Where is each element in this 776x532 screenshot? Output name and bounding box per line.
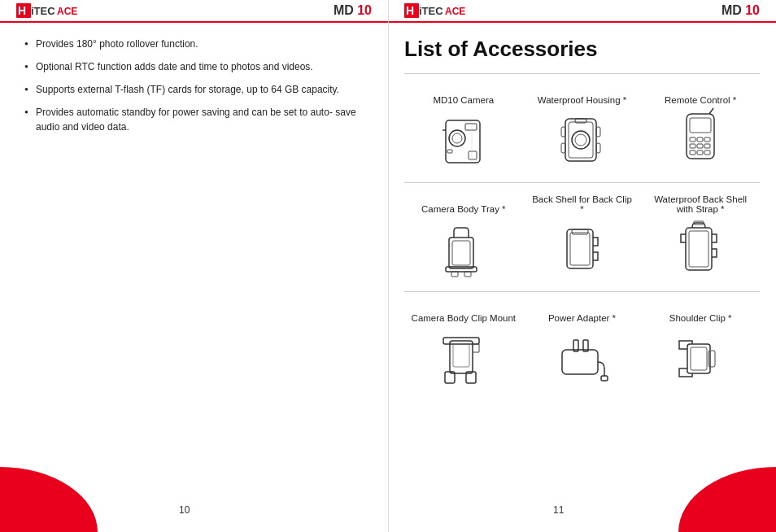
svg-rect-35 [704, 150, 710, 155]
svg-rect-12 [447, 150, 452, 153]
header-right: H iTEC ACE MD 10 [388, 0, 776, 23]
power-adapter-icon [551, 328, 613, 389]
svg-text:ACE: ACE [445, 6, 465, 17]
corner-decoration-left [0, 467, 98, 532]
waterproof-back-shell-label: Waterproof Back Shell with Strap * [647, 191, 753, 214]
shoulder-clip-label: Shoulder Clip * [669, 300, 732, 323]
corner-decoration-right [678, 467, 776, 532]
svg-rect-11 [465, 124, 477, 130]
svg-rect-27 [690, 137, 695, 142]
svg-rect-44 [572, 229, 588, 234]
remote-control-label: Remote Control * [665, 82, 736, 105]
svg-line-36 [709, 108, 713, 114]
svg-rect-59 [708, 351, 715, 367]
feature-item-3: Supports external T-flash (TF) cards for… [24, 82, 366, 97]
accessories-row-3: Camera Body Clip Mount Pow [404, 291, 760, 400]
accessory-camera-tray: Camera Body Tray * [404, 186, 523, 288]
features-list: Provides 180° photo rollover function. O… [24, 37, 366, 134]
remote-control-icon [670, 110, 731, 171]
waterproof-back-shell-icon [670, 219, 731, 280]
svg-rect-58 [691, 347, 707, 370]
page-number-right: 11 [553, 504, 564, 516]
logo-right: H iTEC ACE [388, 2, 469, 20]
page-number-left: 10 [179, 504, 190, 516]
clip-mount-label: Camera Body Clip Mount [412, 300, 516, 323]
md-label-right: MD 10 [722, 3, 760, 18]
svg-rect-32 [704, 144, 710, 148]
accessory-clip-mount: Camera Body Clip Mount [404, 295, 523, 397]
back-shell-label: Back Shell for Back Clip * [530, 191, 635, 214]
feature-item-4: Provides automatic standby for power sav… [24, 105, 366, 134]
svg-rect-14 [469, 151, 477, 159]
svg-point-9 [449, 130, 465, 146]
svg-rect-39 [446, 267, 477, 272]
accessories-title: List of Accessories [404, 37, 760, 62]
md10-camera-icon [433, 110, 494, 171]
svg-text:iTEC: iTEC [31, 5, 55, 17]
svg-rect-45 [686, 228, 712, 270]
feature-item-1: Provides 180° photo rollover function. [24, 37, 366, 51]
waterproof-housing-label: Waterproof Housing * [538, 82, 627, 105]
svg-rect-40 [451, 272, 458, 277]
accessory-remote-control: Remote Control * [641, 77, 760, 179]
header-left: H iTEC ACE MD 10 [0, 0, 388, 23]
md-label-left: MD 10 [334, 3, 372, 18]
power-adapter-label: Power Adapter * [548, 300, 616, 323]
shoulder-clip-icon [670, 328, 731, 389]
accessory-md10-camera: MD10 Camera [404, 77, 523, 179]
accessories-row-2: Camera Body Tray * Back Shell for Back C… [404, 182, 760, 291]
camera-tray-label: Camera Body Tray * [421, 191, 506, 214]
svg-text:iTEC: iTEC [419, 5, 443, 17]
feature-item-2: Optional RTC function adds date and time… [24, 59, 366, 74]
logo-left: H iTEC ACE [0, 2, 81, 20]
svg-rect-16 [565, 119, 596, 161]
svg-point-18 [572, 131, 590, 149]
right-page: List of Accessories MD10 Camera [388, 28, 776, 408]
svg-rect-38 [452, 241, 470, 265]
svg-rect-30 [690, 144, 695, 148]
svg-point-10 [452, 133, 462, 143]
back-shell-icon [551, 219, 613, 280]
svg-rect-41 [464, 272, 471, 277]
svg-rect-33 [690, 150, 695, 155]
svg-rect-29 [704, 137, 710, 142]
svg-rect-31 [697, 144, 703, 148]
svg-rect-42 [567, 229, 593, 268]
svg-text:H: H [406, 4, 414, 17]
svg-text:ACE: ACE [57, 6, 77, 17]
accessories-row-1: MD10 Camera Waterproof Housing * [404, 73, 760, 182]
waterproof-housing-icon [551, 110, 613, 171]
md10-camera-label: MD10 Camera [433, 82, 494, 105]
accessory-power-adapter: Power Adapter * [523, 295, 642, 397]
svg-rect-28 [697, 137, 703, 142]
svg-point-19 [575, 134, 586, 146]
svg-rect-8 [446, 120, 480, 163]
svg-rect-43 [570, 233, 590, 265]
svg-text:H: H [18, 4, 26, 17]
accessory-shoulder-clip: Shoulder Clip * [641, 295, 760, 397]
accessory-waterproof-housing: Waterproof Housing * [523, 77, 642, 179]
accessory-back-shell: Back Shell for Back Clip * [523, 186, 642, 288]
left-page: Provides 180° photo rollover function. O… [16, 28, 374, 150]
clip-mount-icon [433, 328, 494, 389]
hitec-logo-left: H iTEC ACE [16, 2, 81, 20]
hitec-logo-right: H iTEC ACE [404, 2, 469, 20]
svg-rect-53 [562, 350, 598, 374]
svg-rect-34 [697, 150, 703, 155]
svg-rect-46 [689, 231, 708, 267]
svg-rect-26 [690, 118, 711, 133]
camera-tray-icon [433, 219, 494, 280]
svg-rect-52 [453, 344, 469, 367]
accessory-waterproof-back-shell: Waterproof Back Shell with Strap * [641, 186, 760, 288]
